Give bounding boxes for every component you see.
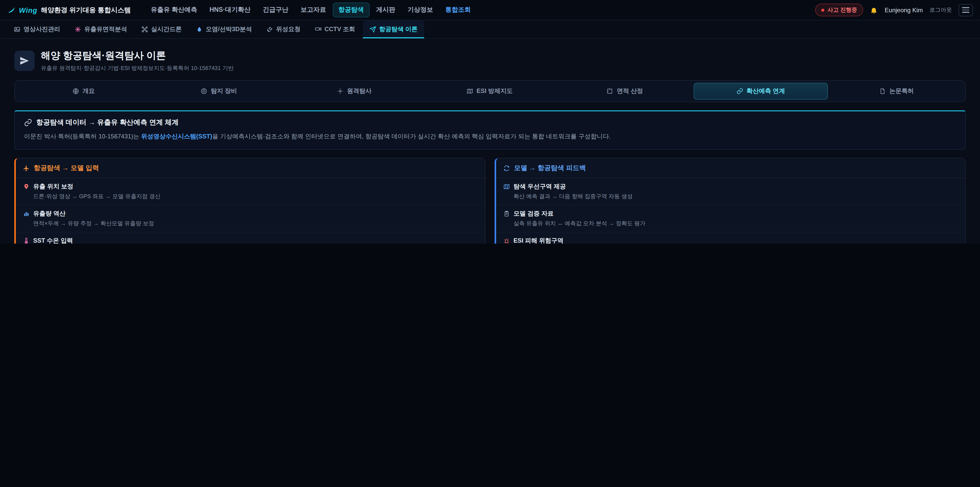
nav-item-hns-air-diffusion[interactable]: HNS·대기확산 bbox=[204, 3, 256, 18]
panel-search-to-model: 항공탐색 → 모델 입력 유출 위치 보정 드론·위성 영상 → GPS 좌표 … bbox=[14, 158, 485, 244]
row-desc: 면적×두께 → 유량 추정 → 확산모델 유출량 보정 bbox=[33, 220, 478, 227]
siren-icon bbox=[503, 238, 510, 244]
subnav-label: CCTV 조회 bbox=[325, 25, 355, 34]
row-title: 유출 위치 보정 bbox=[33, 182, 73, 191]
map-icon bbox=[503, 184, 510, 190]
incident-status-dot bbox=[821, 8, 824, 11]
clipboard-icon bbox=[503, 211, 510, 217]
linkage-intro-section: 항공탐색 데이터 → 유출유 확산예측 연계 체계 이문진 박사 특허(등록특허… bbox=[14, 110, 966, 150]
menu-hamburger-icon[interactable] bbox=[959, 4, 973, 16]
main-nav: 유출유 확산예측 HNS·대기확산 긴급구난 보고자료 항공탐색 게시판 기상정… bbox=[145, 3, 476, 18]
tab-label: 논문특허 bbox=[889, 87, 914, 96]
ruler-icon bbox=[607, 88, 613, 94]
intro-title: 항공탐색 데이터 → 유출유 확산예측 연계 체계 bbox=[36, 118, 179, 127]
tab-label: 탐지 장비 bbox=[211, 87, 237, 96]
tab-label: 확산예측 연계 bbox=[746, 87, 785, 96]
tab-diffusion-link[interactable]: 확산예측 연계 bbox=[694, 83, 828, 100]
tab-overview[interactable]: 개요 bbox=[17, 83, 150, 100]
row-title: SST 수온 입력 bbox=[33, 236, 73, 244]
nav-item-aerial-search[interactable]: 항공탐색 bbox=[333, 3, 369, 18]
nav-item-reports[interactable]: 보고자료 bbox=[295, 3, 332, 18]
brand-logo: Wing bbox=[19, 6, 37, 14]
panel-title: 항공탐색 → 모델 입력 bbox=[34, 163, 99, 172]
brand[interactable]: Wing 해양환경 위기대응 통합시스템 bbox=[7, 5, 131, 14]
subnav-label: 위성요청 bbox=[276, 25, 301, 34]
drone-icon bbox=[142, 26, 148, 33]
intro-title-row: 항공탐색 데이터 → 유출유 확산예측 연계 체계 bbox=[24, 118, 956, 127]
tab-label: 원격탐사 bbox=[347, 87, 372, 96]
intro-desc-post: 을 기상예측시스템·검조소와 함께 인터넷으로 연결하여, 항공탐색 데이터가 … bbox=[212, 133, 611, 140]
top-right-area: 사고 진행중 Eunjeong Kim 로그아웃 bbox=[815, 3, 973, 16]
paper-plane-icon bbox=[19, 56, 30, 65]
tab-detection-equipment[interactable]: 탐지 장비 bbox=[152, 83, 285, 100]
subnav-item-pollution-ship-3d[interactable]: 오염/선박3D분석 bbox=[189, 21, 259, 38]
link-icon bbox=[736, 88, 743, 94]
cctv-camera-icon bbox=[315, 26, 321, 33]
subnav-label: 오염/선박3D분석 bbox=[206, 25, 252, 34]
row-desc: 드론·위성 영상 → GPS 좌표 → 모델 유출지점 갱신 bbox=[33, 193, 478, 200]
burst-analysis-icon bbox=[75, 26, 81, 33]
app-root: Wing 해양환경 위기대응 통합시스템 유출유 확산예측 HNS·대기확산 긴… bbox=[0, 0, 980, 244]
subnav-label: 항공탐색 이론 bbox=[379, 25, 417, 34]
intro-desc-sst-link[interactable]: 위성영상수신시스템(SST) bbox=[141, 133, 212, 140]
map-icon bbox=[466, 88, 473, 94]
image-icon bbox=[14, 26, 21, 33]
subnav-item-aerial-search-theory[interactable]: 항공탐색 이론 bbox=[363, 21, 424, 38]
nav-item-weather-info[interactable]: 기상정보 bbox=[402, 3, 439, 18]
row-model-validation-data: 모델 검증 자료 실측 유출유 위치 ↔ 예측값 오차 분석 → 정확도 평가 bbox=[496, 205, 965, 232]
panel-model-to-search: 모델 → 항공탐색 피드백 탐색 우선구역 제공 확산 예측 결과 → 다음 항… bbox=[495, 158, 966, 244]
subnav-item-photo-management[interactable]: 영상사진관리 bbox=[7, 21, 67, 38]
intro-description: 이문진 박사 특허(등록특허 10-1567431)는 위성영상수신시스템(SS… bbox=[24, 132, 956, 142]
nav-item-integrated-search[interactable]: 통합조회 bbox=[440, 3, 476, 18]
satellite-icon bbox=[266, 26, 273, 33]
row-title: ESI 피해 위험구역 bbox=[514, 236, 563, 244]
tab-area-calculation[interactable]: 면적 산정 bbox=[558, 83, 691, 100]
row-priority-search-zone: 탐색 우선구역 제공 확산 예측 결과 → 다음 항해 집중구역 자동 생성 bbox=[496, 178, 965, 205]
row-sst-temperature-input: SST 수온 입력 NGSST FTP 수신 → Akima 보간 → 풍화모델… bbox=[16, 232, 485, 244]
tab-label: 개요 bbox=[83, 87, 95, 96]
feedback-loop-icon bbox=[503, 165, 510, 171]
row-spill-location-correction: 유출 위치 보정 드론·위성 영상 → GPS 좌표 → 모델 유출지점 갱신 bbox=[16, 178, 485, 205]
section-tabstrip: 개요 탐지 장비 원격탐사 ESI 방제지도 bbox=[14, 80, 966, 102]
tab-papers-patents[interactable]: 논문특허 bbox=[830, 83, 963, 100]
page-icon-box bbox=[14, 50, 35, 71]
subnav-label: 실시간드론 bbox=[151, 25, 182, 34]
page-title: 해양 항공탐색·원격탐사 이론 bbox=[41, 49, 234, 62]
pin-icon bbox=[23, 184, 30, 190]
droplet-icon bbox=[196, 26, 203, 33]
tab-remote-sensing[interactable]: 원격탐사 bbox=[288, 83, 421, 100]
link-icon bbox=[24, 118, 32, 127]
brand-title: 해양환경 위기대응 통합시스템 bbox=[41, 5, 130, 14]
paper-plane-icon bbox=[369, 26, 376, 33]
incident-status-badge[interactable]: 사고 진행중 bbox=[815, 3, 863, 16]
row-title: 모델 검증 자료 bbox=[514, 209, 554, 218]
subnav-item-oil-area-analysis[interactable]: 유출유면적분석 bbox=[68, 21, 134, 38]
globe-icon bbox=[72, 88, 79, 94]
page-subtitle: 유출유 원격탐지·항공감시 기법·ESI 방제정보지도·등록특허 10-1567… bbox=[41, 64, 234, 72]
wing-logo-icon bbox=[7, 6, 15, 14]
notification-bell-icon[interactable] bbox=[870, 6, 878, 14]
row-title: 유출량 역산 bbox=[33, 209, 65, 218]
subnav-item-realtime-drone[interactable]: 실시간드론 bbox=[135, 21, 188, 38]
logout-button[interactable]: 로그아웃 bbox=[929, 6, 952, 14]
subnav-item-satellite-request[interactable]: 위성요청 bbox=[259, 21, 307, 38]
airplane-icon bbox=[23, 165, 30, 171]
nav-item-emergency-rescue[interactable]: 긴급구난 bbox=[257, 3, 294, 18]
document-icon bbox=[879, 88, 886, 94]
nav-item-oil-spill-forecast[interactable]: 유출유 확산예측 bbox=[145, 3, 203, 18]
tab-esi-map[interactable]: ESI 방제지도 bbox=[423, 83, 556, 100]
main-content: 해양 항공탐색·원격탐사 이론 유출유 원격탐지·항공감시 기법·ESI 방제정… bbox=[0, 39, 980, 244]
subnav-item-cctv[interactable]: CCTV 조회 bbox=[308, 21, 362, 38]
intro-desc-pre: 이문진 박사 특허(등록특허 10-1567431)는 bbox=[24, 133, 141, 140]
row-desc: 실측 유출유 위치 ↔ 예측값 오차 분석 → 정확도 평가 bbox=[514, 220, 958, 227]
nav-item-board[interactable]: 게시판 bbox=[371, 3, 401, 18]
top-navigation: Wing 해양환경 위기대응 통합시스템 유출유 확산예측 HNS·대기확산 긴… bbox=[0, 0, 980, 21]
subnav-label: 영상사진관리 bbox=[24, 25, 60, 34]
row-desc: 확산 예측 결과 → 다음 항해 집중구역 자동 생성 bbox=[514, 193, 958, 200]
panel-search-to-model-header: 항공탐색 → 모델 입력 bbox=[16, 158, 485, 178]
linkage-panels: 항공탐색 → 모델 입력 유출 위치 보정 드론·위성 영상 → GPS 좌표 … bbox=[14, 158, 966, 244]
panel-model-to-search-header: 모델 → 항공탐색 피드백 bbox=[496, 158, 965, 178]
subnav-label: 유출유면적분석 bbox=[84, 25, 127, 34]
row-esi-risk-zone: ESI 피해 위험구역 확산경로×ESI 등급 → 항공탐색 ESI 현장확인 … bbox=[496, 232, 965, 244]
user-name: Eunjeong Kim bbox=[885, 6, 923, 14]
